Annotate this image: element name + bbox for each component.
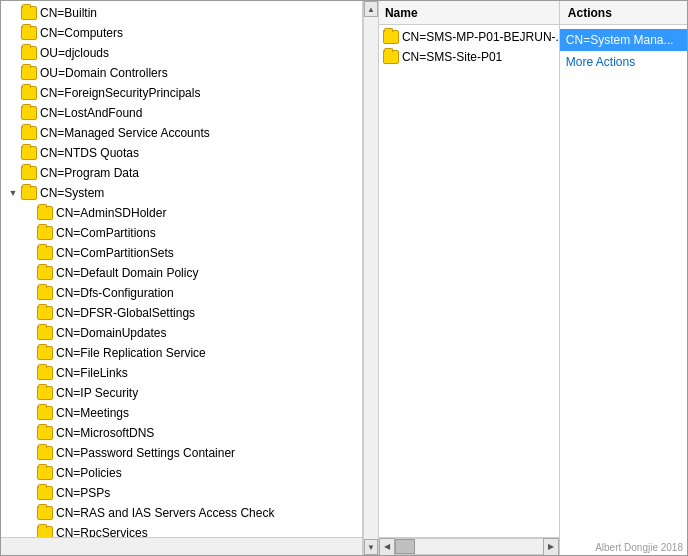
folder-icon [37,346,53,360]
tree-item-adminsd[interactable]: CN=AdminSDHolder [1,203,362,223]
tree-expander[interactable] [5,25,21,41]
tree-expander[interactable] [5,5,21,21]
tree-expander[interactable] [21,245,37,261]
tree-expander[interactable] [21,505,37,521]
tree-expander[interactable] [21,345,37,361]
tree-expander[interactable] [21,325,37,341]
tree-item-policies[interactable]: CN=Policies [1,463,362,483]
hscroll-left-btn[interactable]: ◀ [379,538,395,556]
tree-expander[interactable] [21,225,37,241]
tree-expander[interactable] [21,285,37,301]
tree-expander[interactable] [21,405,37,421]
folder-icon [37,326,53,340]
tree-scrollbar-bottom [1,537,362,555]
tree-item-system[interactable]: ▼CN=System [1,183,362,203]
tree-item-computers[interactable]: CN=Computers [1,23,362,43]
tree-item-domain-updates[interactable]: CN=DomainUpdates [1,323,362,343]
tree-scroll[interactable]: CN=BuiltinCN=ComputersOU=djcloudsOU=Doma… [1,1,362,537]
hscroll-track[interactable] [395,538,543,555]
folder-icon [21,26,37,40]
tree-expander[interactable] [5,65,21,81]
scroll-up-btn[interactable]: ▲ [364,1,378,17]
tree-expander[interactable] [5,145,21,161]
content-item-label: CN=SMS-MP-P01-BEJRUN-... [402,30,559,44]
tree-expander[interactable] [5,105,21,121]
tree-item-rpc-services[interactable]: CN=RpcServices [1,523,362,537]
folder-icon [37,366,53,380]
actions-more-actions[interactable]: More Actions [560,51,687,73]
scroll-down-btn[interactable]: ▼ [364,539,378,555]
folder-icon-small [383,30,399,44]
tree-item-com-partition-sets[interactable]: CN=ComPartitionSets [1,243,362,263]
tree-item-djclouds[interactable]: OU=djclouds [1,43,362,63]
tree-expander[interactable] [21,205,37,221]
tree-item-meetings[interactable]: CN=Meetings [1,403,362,423]
tree-item-label: CN=Policies [56,466,122,480]
watermark: Albert Dongjie 2018 [595,542,683,553]
tree-expander[interactable] [21,265,37,281]
tree-expander[interactable] [21,525,37,537]
tree-item-label: CN=LostAndFound [40,106,142,120]
folder-icon [21,186,37,200]
tree-item-label: CN=DFSR-GlobalSettings [56,306,195,320]
content-item-sms-site[interactable]: CN=SMS-Site-P01 [379,47,559,67]
tree-expander[interactable] [5,165,21,181]
tree-item-com-partitions[interactable]: CN=ComPartitions [1,223,362,243]
tree-item-default-domain[interactable]: CN=Default Domain Policy [1,263,362,283]
tree-expander[interactable] [21,445,37,461]
folder-icon [21,6,37,20]
tree-item-password-settings[interactable]: CN=Password Settings Container [1,443,362,463]
folder-icon [37,286,53,300]
tree-item-builtin[interactable]: CN=Builtin [1,3,362,23]
tree-item-microsoft-dns[interactable]: CN=MicrosoftDNS [1,423,362,443]
tree-item-file-replication[interactable]: CN=File Replication Service [1,343,362,363]
tree-item-label: CN=NTDS Quotas [40,146,139,160]
content-item-sms-mp[interactable]: CN=SMS-MP-P01-BEJRUN-... [379,27,559,47]
tree-expander[interactable]: ▼ [5,185,21,201]
tree-item-ras-ias[interactable]: CN=RAS and IAS Servers Access Check [1,503,362,523]
tree-item-managed-svc[interactable]: CN=Managed Service Accounts [1,123,362,143]
tree-item-label: CN=RpcServices [56,526,148,537]
tree-expander[interactable] [21,385,37,401]
folder-icon [37,406,53,420]
hscroll-thumb[interactable] [395,539,415,554]
tree-expander[interactable] [5,85,21,101]
actions-selected-item[interactable]: CN=System Mana... [560,29,687,51]
middle-scrollbar[interactable]: ▲ ▼ [363,1,379,555]
folder-icon [37,226,53,240]
tree-item-label: CN=System [40,186,104,200]
tree-item-label: CN=Builtin [40,6,97,20]
tree-item-label: CN=Dfs-Configuration [56,286,174,300]
content-scrollbar-bottom: ◀ ▶ [379,537,559,555]
folder-icon [37,466,53,480]
tree-expander[interactable] [21,425,37,441]
tree-expander[interactable] [21,465,37,481]
tree-item-label: CN=ComPartitions [56,226,156,240]
tree-item-lost-found[interactable]: CN=LostAndFound [1,103,362,123]
tree-item-file-links[interactable]: CN=FileLinks [1,363,362,383]
tree-item-ip-security[interactable]: CN=IP Security [1,383,362,403]
folder-icon [37,306,53,320]
content-list[interactable]: CN=SMS-MP-P01-BEJRUN-...CN=SMS-Site-P01 [379,25,559,537]
tree-item-dfs-config[interactable]: CN=Dfs-Configuration [1,283,362,303]
tree-item-label: CN=AdminSDHolder [56,206,166,220]
tree-item-program-data[interactable]: CN=Program Data [1,163,362,183]
tree-item-ntds-quotas[interactable]: CN=NTDS Quotas [1,143,362,163]
tree-item-foreign-security[interactable]: CN=ForeignSecurityPrincipals [1,83,362,103]
tree-item-domain-controllers[interactable]: OU=Domain Controllers [1,63,362,83]
tree-item-psps[interactable]: CN=PSPs [1,483,362,503]
tree-item-label: CN=FileLinks [56,366,128,380]
tree-item-label: CN=Program Data [40,166,139,180]
tree-expander[interactable] [21,365,37,381]
folder-icon [37,506,53,520]
hscroll-right-btn[interactable]: ▶ [543,538,559,556]
name-column-header: Name [379,1,559,25]
folder-icon [21,86,37,100]
folder-icon [37,486,53,500]
tree-expander[interactable] [21,485,37,501]
tree-item-label: OU=Domain Controllers [40,66,168,80]
tree-item-dfsr-global[interactable]: CN=DFSR-GlobalSettings [1,303,362,323]
tree-expander[interactable] [21,305,37,321]
tree-expander[interactable] [5,125,21,141]
tree-expander[interactable] [5,45,21,61]
